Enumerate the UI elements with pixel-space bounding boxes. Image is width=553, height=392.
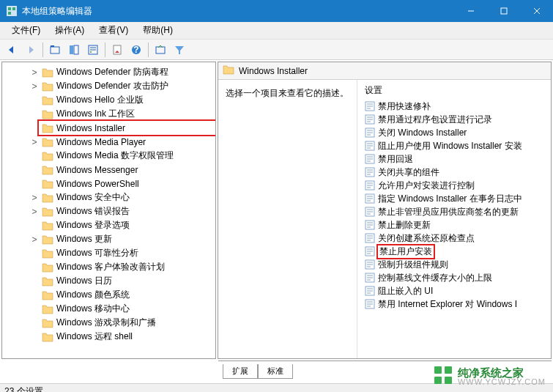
show-hide-tree-button[interactable] (65, 41, 83, 59)
expander-icon[interactable]: > (30, 67, 39, 78)
folder-icon (42, 137, 53, 147)
policy-icon (365, 180, 375, 191)
up-button[interactable] (46, 41, 64, 59)
setting-label: 关闭共享的组件 (378, 166, 439, 179)
folder-icon (42, 262, 53, 273)
watermark-name: 纯净系统之家 (458, 367, 546, 378)
tree-item[interactable]: Windows Installer (39, 121, 215, 135)
menu-help[interactable]: 帮助(H) (136, 22, 180, 39)
right-panel: Windows Installer 选择一个项目来查看它的描述。 设置 禁用快速… (218, 62, 552, 359)
setting-item[interactable]: 禁止用户安装 (357, 245, 551, 258)
setting-item[interactable]: 指定 Windows Installer 在事务日志中 (357, 192, 551, 205)
tab-standard[interactable]: 标准 (258, 364, 293, 379)
svg-rect-11 (74, 45, 78, 54)
settings-column[interactable]: 设置 禁用快速修补禁用通过程序包设置进行记录关闭 Windows Install… (357, 80, 551, 358)
policy-icon (365, 167, 375, 177)
menu-view[interactable]: 查看(V) (92, 22, 136, 39)
svg-rect-8 (51, 47, 59, 53)
tree-item[interactable]: Windows PowerShell (39, 177, 215, 191)
expander-icon[interactable]: > (30, 193, 39, 203)
setting-item[interactable]: 关闭 Windows Installer (357, 126, 551, 139)
properties-button[interactable] (84, 41, 102, 59)
expander-icon[interactable]: > (30, 81, 39, 92)
policy-icon (365, 101, 375, 111)
maximize-button[interactable] (487, 0, 520, 22)
minimize-button[interactable] (454, 0, 487, 22)
setting-label: 阻止嵌入的 UI (378, 285, 433, 297)
svg-rect-84 (434, 366, 442, 374)
menu-action[interactable]: 操作(A) (48, 22, 92, 39)
policy-icon (365, 193, 375, 204)
setting-item[interactable]: 禁止非管理员应用供应商签名的更新 (357, 205, 551, 218)
setting-item[interactable]: 允许用户对安装进行控制 (357, 179, 551, 192)
description-text: 选择一个项目来查看它的描述。 (226, 88, 349, 98)
setting-item[interactable]: 阻止用户使用 Windows Installer 安装 (357, 139, 551, 152)
help-button[interactable]: ? (127, 41, 145, 59)
setting-label: 关闭 Windows Installer (378, 127, 467, 139)
tree-item[interactable]: Windows 移动中心 (39, 302, 215, 316)
tree-item-label: Windows Media 数字权限管理 (56, 149, 174, 162)
tree-item[interactable]: >Windows Defender 防病毒程 (39, 65, 215, 79)
setting-item[interactable]: 禁用回退 (357, 152, 551, 166)
folder-icon (42, 304, 53, 314)
refresh-button[interactable] (108, 41, 126, 59)
tree-item[interactable]: Windows 日历 (39, 274, 215, 288)
tree-item[interactable]: Windows Ink 工作区 (39, 107, 215, 121)
tree-item[interactable]: Windows 颜色系统 (39, 288, 215, 302)
titlebar: 本地组策略编辑器 (0, 0, 553, 22)
forward-button[interactable] (22, 41, 40, 59)
expander-icon[interactable]: > (30, 137, 39, 147)
watermark-logo-icon (433, 365, 453, 388)
tree-item[interactable]: Windows Messenger (39, 163, 215, 177)
folder-icon (42, 151, 53, 161)
tree-item[interactable]: Windows 可靠性分析 (39, 246, 215, 260)
tree-item-label: Windows PowerShell (56, 179, 139, 189)
tree-item[interactable]: Windows Media 数字权限管理 (39, 149, 215, 163)
tree-item[interactable]: >Windows Media Player (39, 135, 215, 149)
setting-item[interactable]: 禁用 Internet Explorer 对 Windows I (357, 297, 551, 311)
tree-item[interactable]: Windows 登录选项 (39, 218, 215, 232)
folder-icon (42, 221, 53, 231)
tree-item-label: Windows 移动中心 (56, 303, 130, 315)
menu-file[interactable]: 文件(F) (4, 22, 48, 39)
tree-item[interactable]: >Windows 安全中心 (39, 191, 215, 204)
export-button[interactable] (152, 41, 169, 59)
tree-item[interactable]: Windows 游戏录制和广播 (39, 316, 215, 330)
policy-icon (365, 259, 375, 270)
tree-item-label: Windows 错误报告 (56, 205, 130, 218)
expander-icon[interactable]: > (30, 234, 39, 245)
tree-item[interactable]: Windows 远程 shell (39, 330, 215, 344)
setting-item[interactable]: 强制升级组件规则 (357, 258, 551, 271)
tree-item[interactable]: Windows 客户体验改善计划 (39, 260, 215, 274)
setting-item[interactable]: 关闭共享的组件 (357, 166, 551, 179)
app-icon (6, 5, 18, 17)
setting-item[interactable]: 禁止删除更新 (357, 218, 551, 232)
svg-rect-5 (501, 8, 507, 14)
setting-label: 禁用 Internet Explorer 对 Windows I (378, 298, 517, 311)
setting-item[interactable]: 禁用通过程序包设置进行记录 (357, 113, 551, 126)
tab-extended[interactable]: 扩展 (223, 364, 258, 379)
tree-item-label: Windows 可靠性分析 (56, 247, 138, 259)
close-button[interactable] (520, 0, 553, 22)
tree-item-label: Windows Messenger (56, 165, 138, 175)
tree-panel[interactable]: >Windows Defender 防病毒程>Windows Defender … (1, 62, 216, 359)
tree-item[interactable]: Windows Hello 企业版 (39, 93, 215, 107)
setting-item[interactable]: 禁用快速修补 (357, 100, 551, 113)
setting-item[interactable]: 阻止嵌入的 UI (357, 284, 551, 297)
svg-rect-3 (8, 12, 11, 15)
filter-button[interactable] (171, 41, 188, 59)
tree-item[interactable]: >Windows 错误报告 (39, 204, 215, 218)
back-button[interactable] (3, 41, 21, 59)
expander-icon[interactable]: > (30, 207, 39, 217)
policy-icon (365, 127, 375, 138)
tree-item-label: Windows 远程 shell (56, 330, 133, 343)
tree-item[interactable]: >Windows 更新 (39, 232, 215, 246)
folder-icon (42, 234, 53, 245)
setting-item[interactable]: 控制基线文件缓存大小的上限 (357, 271, 551, 284)
tree-item[interactable]: >Windows Defender 攻击防护 (39, 79, 215, 93)
window-title: 本地组策略编辑器 (22, 5, 454, 18)
folder-icon (42, 179, 53, 189)
watermark: 纯净系统之家 WWW.YCWJZY.COM (433, 365, 546, 388)
tree-item-label: Windows 日历 (56, 275, 112, 287)
setting-item[interactable]: 关闭创建系统还原检查点 (357, 232, 551, 245)
